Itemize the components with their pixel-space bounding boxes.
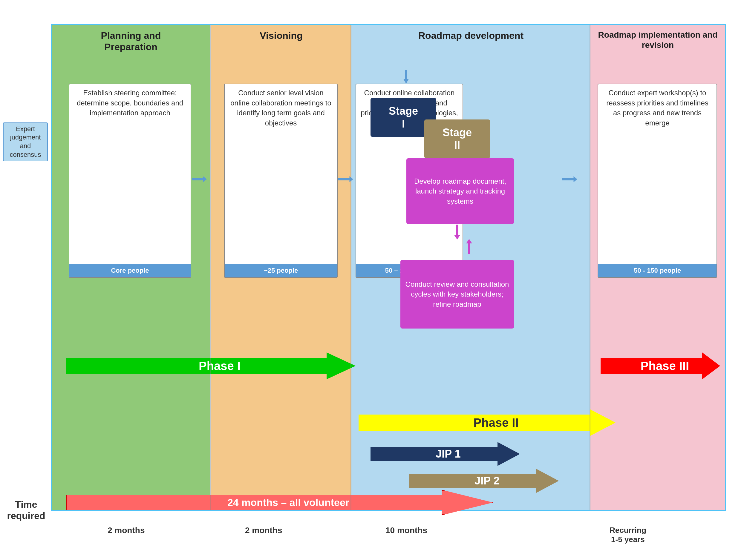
jip1-label: JIP 1 — [430, 448, 460, 460]
jip2-label: JIP 2 — [468, 475, 499, 487]
planning-content-box: Establish steering committee; determine … — [69, 84, 191, 278]
expert-judgement-box: Expert judgement and consensus — [3, 123, 48, 161]
visioning-time: 2 months — [245, 526, 282, 535]
time-required-label: Time required — [3, 499, 49, 522]
impl-time: Recurring 1-5 years — [610, 526, 646, 544]
impl-label: 50 - 150 people — [598, 264, 717, 277]
phase3-arrow-shape: Phase III — [600, 352, 720, 379]
planning-time: 2 months — [108, 526, 145, 535]
months24-arrow: 24 months – all volunteer — [66, 490, 493, 515]
divider-2 — [351, 25, 352, 510]
roadmap-header: Roadmap development — [352, 30, 590, 41]
impl-content-box: Conduct expert workshop(s) to reassess p… — [598, 84, 717, 278]
main-container: Planning and Preparation Visioning Roadm… — [51, 24, 726, 538]
phase2-arrow-shape: Phase II — [359, 409, 616, 436]
jip1-arrow: JIP 1 — [370, 442, 520, 466]
planning-label: Core people — [69, 264, 191, 277]
planning-header: Planning and Preparation — [52, 30, 210, 53]
phase3-arrow: Phase III — [600, 352, 720, 379]
phase3-label: Phase III — [632, 359, 689, 373]
divider-3 — [590, 25, 590, 510]
jip2-arrow: JIP 2 — [409, 469, 559, 493]
roadmap-time: 10 months — [385, 526, 427, 535]
impl-text: Conduct expert workshop(s) to reassess p… — [602, 88, 713, 143]
jip2-arrow-shape: JIP 2 — [409, 469, 559, 493]
phase2-label: Phase II — [455, 416, 518, 429]
develop-roadmap-box: Develop roadmap document, launch strateg… — [406, 158, 514, 224]
jip1-arrow-shape: JIP 1 — [370, 442, 520, 466]
divider-1 — [210, 25, 211, 510]
stage2-box: Stage II — [424, 119, 490, 158]
visioning-header: Visioning — [211, 30, 352, 41]
months24-arrow-shape: 24 months – all volunteer — [66, 490, 493, 515]
phase2-arrow: Phase II — [359, 409, 616, 436]
months24-label: 24 months – all volunteer — [209, 497, 349, 508]
visioning-label: ~25 people — [225, 264, 337, 277]
implementation-header: Roadmap implementation and revision — [590, 30, 725, 50]
visioning-text: Conduct senior level vision online colla… — [228, 88, 333, 143]
review-box: Conduct review and consultation cycles w… — [401, 260, 514, 328]
planning-text: Establish steering committee; determine … — [73, 88, 187, 133]
visioning-content-box: Conduct senior level vision online colla… — [224, 84, 338, 278]
